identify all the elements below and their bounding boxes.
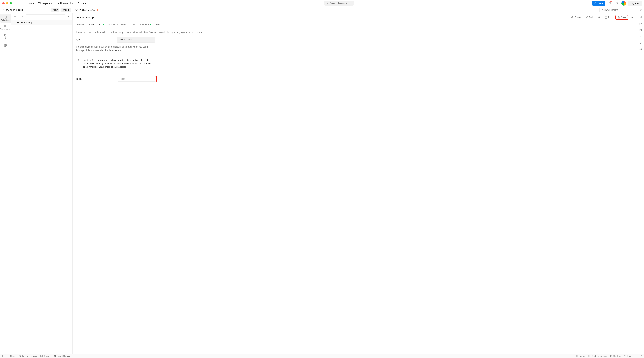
tab-runs[interactable]: Runs xyxy=(156,22,161,28)
workspace-bar: My Workspace New Import PublicAdminApi N… xyxy=(0,7,644,13)
window-controls xyxy=(2,2,12,4)
tab-authorization[interactable]: Authorization xyxy=(89,22,104,28)
tab-options[interactable] xyxy=(107,8,114,12)
request-tab[interactable]: PublicAdminApi xyxy=(72,8,101,12)
rr-changelog[interactable] xyxy=(638,27,643,33)
nav-back[interactable] xyxy=(15,1,20,6)
svg-point-31 xyxy=(640,43,640,43)
svg-point-3 xyxy=(3,9,4,9)
auth-type-select[interactable]: Bearer Token ▾ xyxy=(117,37,155,42)
svg-point-2 xyxy=(609,3,610,4)
filter-button[interactable] xyxy=(20,14,25,19)
token-label: Token xyxy=(76,78,117,80)
collection-icon xyxy=(75,8,78,12)
authorization-docs-link[interactable]: authorization xyxy=(106,49,120,51)
svg-point-5 xyxy=(110,10,110,10)
run-button[interactable]: Run xyxy=(603,15,614,20)
cookies-button[interactable]: Cookies xyxy=(610,355,621,357)
svg-rect-9 xyxy=(4,16,6,18)
create-collection[interactable] xyxy=(13,14,18,19)
variables-docs-link[interactable]: variables xyxy=(117,66,126,68)
svg-point-25 xyxy=(632,17,633,18)
rail-environments[interactable]: Environments xyxy=(0,23,11,32)
search-input[interactable] xyxy=(330,2,358,5)
fork-count: 0 xyxy=(597,15,602,19)
close-alert[interactable] xyxy=(150,58,153,61)
import-status[interactable]: 1Import Complete xyxy=(54,355,72,357)
minimize-window[interactable] xyxy=(6,2,8,4)
svg-point-43 xyxy=(611,356,611,356)
collection-options[interactable] xyxy=(630,15,634,20)
main-panel: PublicAdminApi Share Fork 0 Run xyxy=(72,13,637,354)
sidebar-options[interactable] xyxy=(66,14,71,19)
sensitive-data-alert: Heads up! These parameters hold sensitiv… xyxy=(76,56,155,71)
rail-history[interactable]: History xyxy=(0,32,11,41)
tab-prerequest[interactable]: Pre-request Script xyxy=(108,22,126,28)
close-window[interactable] xyxy=(2,2,4,4)
capture-requests[interactable]: Capture requests xyxy=(588,355,607,357)
rail-configure[interactable] xyxy=(0,42,11,49)
trash-button[interactable]: Trash xyxy=(623,355,632,357)
two-pane-toggle[interactable] xyxy=(634,355,637,357)
nav-explore[interactable]: Explore xyxy=(76,1,88,6)
add-tab[interactable] xyxy=(101,8,107,12)
svg-point-38 xyxy=(588,355,590,357)
sidebar-toggle[interactable] xyxy=(2,355,4,357)
search-box[interactable] xyxy=(324,1,354,6)
fork-button[interactable]: Fork xyxy=(584,15,595,20)
svg-point-17 xyxy=(68,16,69,17)
upgrade-button[interactable]: Upgrade▾ xyxy=(628,1,642,6)
save-button[interactable]: Save xyxy=(616,15,628,20)
invite-button[interactable]: Invite xyxy=(592,1,605,6)
rr-pull-requests[interactable] xyxy=(638,34,643,39)
nav-api-network[interactable]: API Network▾ xyxy=(56,1,75,6)
maximize-window[interactable] xyxy=(10,2,12,4)
settings-badge xyxy=(610,1,612,2)
svg-point-1 xyxy=(595,2,596,3)
status-bar: Online Find and replace Console 1Import … xyxy=(0,354,644,358)
unsaved-indicator xyxy=(96,9,98,11)
collection-title: PublicAdminApi xyxy=(76,16,94,19)
rr-info[interactable] xyxy=(638,46,643,52)
sidebar: › PublicAdminApi xyxy=(11,13,72,354)
user-avatar[interactable] xyxy=(621,1,626,6)
environment-selector[interactable]: No Environment ▾ xyxy=(599,8,637,12)
help-button[interactable] xyxy=(640,355,642,357)
external-link-icon: ↗ xyxy=(126,66,128,68)
nav-forward[interactable] xyxy=(20,1,25,6)
runner-button[interactable]: Runner xyxy=(575,355,586,357)
online-status[interactable]: Online xyxy=(7,355,16,357)
import-button[interactable]: Import xyxy=(60,8,71,12)
rr-documentation[interactable] xyxy=(638,15,643,20)
rail-collections[interactable]: Collections xyxy=(0,14,11,23)
svg-point-7 xyxy=(111,10,111,10)
svg-rect-14 xyxy=(6,44,6,45)
settings-button[interactable] xyxy=(607,1,612,6)
environment-quicklook[interactable] xyxy=(637,8,644,12)
token-input[interactable] xyxy=(118,76,156,81)
collection-tabs: Overview Authorization Pre-request Scrip… xyxy=(72,22,637,28)
rr-comments[interactable] xyxy=(638,21,643,26)
svg-rect-36 xyxy=(40,355,42,357)
tab-tests[interactable]: Tests xyxy=(131,22,136,28)
notifications-button[interactable] xyxy=(614,1,620,6)
svg-point-8 xyxy=(640,9,641,10)
find-replace[interactable]: Find and replace xyxy=(19,355,38,357)
sidebar-filter-input[interactable] xyxy=(26,14,65,19)
tab-variables[interactable]: Variables xyxy=(140,22,151,28)
svg-point-16 xyxy=(68,16,68,17)
workspace-name[interactable]: My Workspace xyxy=(6,8,23,11)
left-rail: Collections Environments History xyxy=(0,13,11,354)
auth-info-text: This authorization method will be used f… xyxy=(76,31,229,33)
nav-workspaces[interactable]: Workspaces▾ xyxy=(36,1,55,6)
share-button[interactable]: Share xyxy=(569,15,582,20)
svg-point-18 xyxy=(69,16,70,17)
console-button[interactable]: Console xyxy=(40,355,51,357)
nav-home[interactable]: Home xyxy=(26,1,36,6)
new-button[interactable]: New xyxy=(51,8,60,12)
sidebar-item-publicadminapi[interactable]: › PublicAdminApi xyxy=(11,20,72,25)
app-header: Home Workspaces▾ API Network▾ Explore In… xyxy=(0,0,644,7)
invite-icon xyxy=(594,2,597,5)
tab-overview[interactable]: Overview xyxy=(76,22,85,28)
rr-forks[interactable] xyxy=(638,40,643,45)
